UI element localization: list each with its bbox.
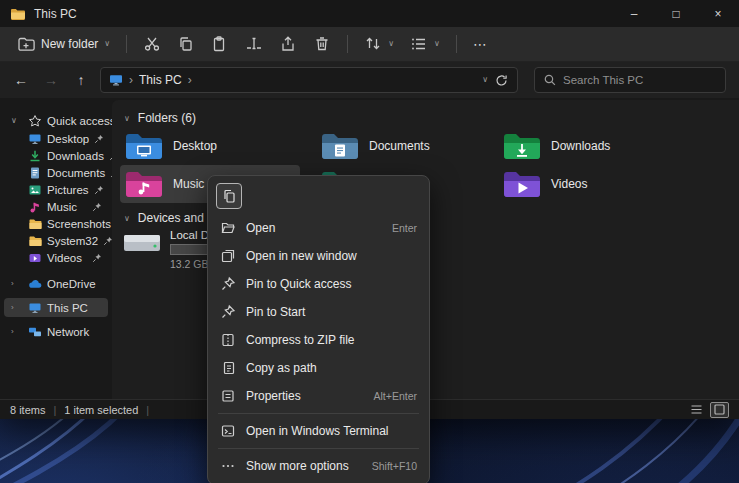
view-button[interactable]: ∨ (403, 30, 447, 58)
rename-icon (245, 35, 263, 53)
maximize-button[interactable]: □ (655, 0, 697, 27)
chevron-right-icon[interactable]: › (11, 279, 14, 288)
chevron-down-icon: ∨ (104, 40, 110, 48)
menu-item-pin-to-quick-access[interactable]: Pin to Quick access (212, 270, 425, 298)
forward-button[interactable]: → (38, 67, 64, 93)
music-folder-icon (124, 168, 164, 200)
sidebar-item-onedrive[interactable]: › OneDrive (4, 274, 108, 293)
context-menu-icon-strip (212, 180, 425, 212)
address-bar[interactable]: › This PC › ∨ (100, 67, 518, 93)
menu-item-show-more-options[interactable]: Show more options Shift+F10 (212, 452, 425, 480)
cloud-icon (28, 277, 42, 291)
sidebar-item-pictures[interactable]: Pictures (4, 181, 108, 198)
large-icons-view-icon[interactable] (710, 402, 729, 418)
chevron-right-icon[interactable]: › (11, 303, 14, 312)
chevron-right-icon[interactable]: › (11, 327, 14, 336)
sidebar-item-music[interactable]: Music (4, 198, 108, 215)
folder-tile-label: Desktop (173, 139, 217, 153)
refresh-button[interactable] (494, 73, 509, 88)
sidebar-item-label: OneDrive (47, 278, 96, 290)
address-dropdown-icon[interactable]: ∨ (482, 76, 488, 84)
folders-section-header[interactable]: ∨ Folders (6) (124, 111, 196, 125)
new-folder-button[interactable]: New folder ∨ (10, 30, 117, 58)
hard-drive-icon (122, 228, 162, 258)
see-more-button[interactable]: ⋯ (466, 30, 495, 58)
minimize-button[interactable]: – (613, 0, 655, 27)
sidebar: ∨ Quick access Desktop Downloads Docume (0, 98, 112, 399)
pin-icon (92, 253, 102, 263)
pin-icon (103, 236, 112, 246)
search-input[interactable] (563, 74, 717, 86)
menu-item-compress-to-zip[interactable]: Compress to ZIP file (212, 326, 425, 354)
sidebar-item-desktop[interactable]: Desktop (4, 130, 108, 147)
trash-icon (313, 35, 331, 53)
sidebar-item-label: Videos (47, 252, 82, 264)
menu-item-open-in-windows-terminal[interactable]: Open in Windows Terminal (212, 417, 425, 445)
sidebar-item-network[interactable]: › Network (4, 322, 108, 341)
downloads-folder-icon (502, 130, 542, 162)
clipboard-icon (221, 188, 237, 204)
chevron-down-icon[interactable]: ∨ (124, 114, 130, 123)
sidebar-item-label: System32 (47, 235, 98, 247)
folder-tile-downloads[interactable]: Downloads (498, 127, 678, 165)
open-icon (220, 220, 236, 236)
sort-button[interactable]: ∨ (357, 30, 401, 58)
menu-item-label: Open in Windows Terminal (246, 424, 389, 438)
new-window-icon (220, 248, 236, 264)
paste-icon (211, 35, 229, 53)
folder-tile-label: Downloads (551, 139, 610, 153)
folder-icon (28, 234, 42, 248)
menu-item-copy-as-path[interactable]: Copy as path (212, 354, 425, 382)
chevron-down-icon[interactable]: ∨ (11, 116, 17, 125)
folder-tile-documents[interactable]: Documents (316, 127, 496, 165)
sidebar-item-downloads[interactable]: Downloads (4, 147, 108, 164)
toolbar-separator (456, 35, 457, 53)
star-icon (28, 114, 42, 128)
folder-tile-videos[interactable]: Videos (498, 165, 678, 203)
menu-item-open[interactable]: Open Enter (212, 214, 425, 242)
delete-button[interactable] (306, 30, 338, 58)
menu-item-label: Properties (246, 389, 301, 403)
videos-folder-icon (502, 168, 542, 200)
search-box[interactable] (534, 67, 726, 93)
folder-icon (28, 217, 42, 231)
sidebar-item-videos[interactable]: Videos (4, 249, 108, 266)
menu-item-label: Open in new window (246, 249, 357, 263)
menu-item-label: Copy as path (246, 361, 317, 375)
breadcrumb-this-pc[interactable]: This PC (139, 73, 182, 87)
menu-item-pin-to-start[interactable]: Pin to Start (212, 298, 425, 326)
chevron-down-icon[interactable]: ∨ (124, 214, 130, 223)
new-folder-label: New folder (41, 37, 98, 51)
rename-button[interactable] (238, 30, 270, 58)
cut-button[interactable] (136, 30, 168, 58)
sidebar-item-system32[interactable]: System32 (4, 232, 108, 249)
details-view-icon[interactable] (687, 402, 706, 418)
network-icon (28, 325, 42, 339)
menu-item-open-in-new-window[interactable]: Open in new window (212, 242, 425, 270)
documents-folder-icon (320, 130, 360, 162)
navigation-bar: ← → ↑ › This PC › ∨ (0, 62, 739, 98)
copy-button[interactable] (170, 30, 202, 58)
copy-quick-action-button[interactable] (216, 183, 242, 209)
close-button[interactable]: × (697, 0, 739, 27)
sidebar-section-quick-access[interactable]: ∨ Quick access (4, 111, 108, 130)
download-arrow-icon (28, 149, 42, 163)
pin-icon (92, 202, 102, 212)
menu-separator (218, 448, 419, 449)
paste-button[interactable] (204, 30, 236, 58)
folder-tile-desktop[interactable]: Desktop (120, 127, 300, 165)
up-button[interactable]: ↑ (68, 67, 94, 93)
share-button[interactable] (272, 30, 304, 58)
sidebar-item-screenshots[interactable]: Screenshots (4, 215, 108, 232)
sidebar-item-this-pc[interactable]: › This PC (4, 298, 108, 317)
chevron-down-icon: ∨ (434, 40, 440, 48)
menu-item-label: Compress to ZIP file (246, 333, 354, 347)
menu-item-properties[interactable]: Properties Alt+Enter (212, 382, 425, 410)
sidebar-item-documents[interactable]: Documents (4, 164, 108, 181)
copy-icon (177, 35, 195, 53)
more-options-icon (220, 458, 236, 474)
back-button[interactable]: ← (8, 67, 34, 93)
desktop-folder-icon (124, 130, 164, 162)
sidebar-section-label: Quick access (47, 115, 112, 127)
explorer-app-icon (10, 6, 26, 22)
